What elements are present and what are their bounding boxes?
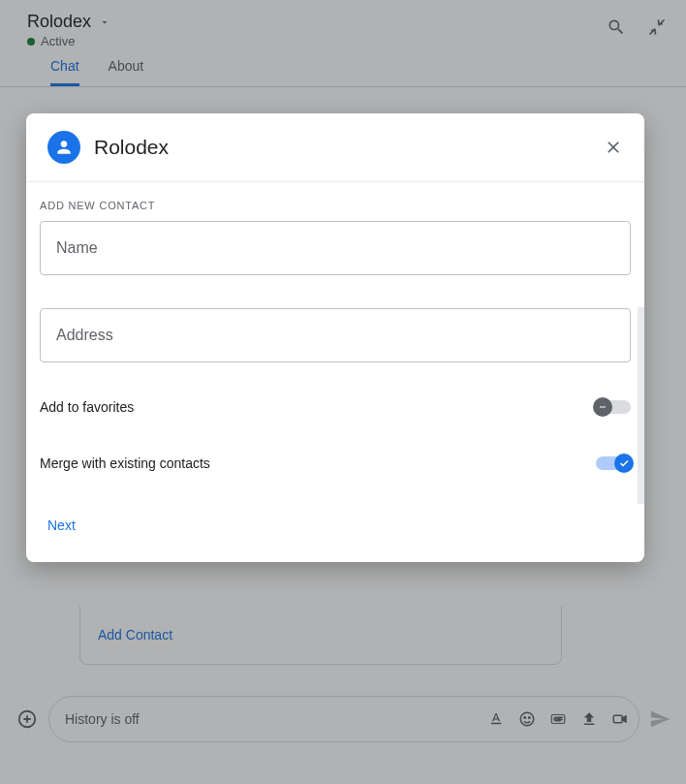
- dialog-body: ADD NEW CONTACT Add to favorites Merge w…: [26, 182, 644, 562]
- person-icon: [47, 131, 80, 164]
- dialog-title-wrap: Rolodex: [47, 131, 169, 164]
- address-field[interactable]: [40, 308, 631, 362]
- merge-label: Merge with existing contacts: [40, 455, 210, 471]
- minus-icon: [593, 397, 612, 417]
- merge-toggle-row: Merge with existing contacts: [40, 455, 631, 471]
- name-field[interactable]: [40, 221, 631, 275]
- svg-rect-7: [600, 407, 606, 408]
- dialog: Rolodex ADD NEW CONTACT Add to favorites…: [26, 113, 644, 562]
- merge-toggle[interactable]: [596, 456, 631, 470]
- favorites-toggle-row: Add to favorites: [40, 399, 631, 415]
- close-icon[interactable]: [604, 138, 623, 157]
- dialog-header: Rolodex: [26, 113, 644, 182]
- scrollbar[interactable]: [630, 307, 644, 504]
- favorites-toggle[interactable]: [596, 400, 631, 414]
- section-label: ADD NEW CONTACT: [40, 200, 631, 211]
- dialog-title: Rolodex: [94, 136, 169, 159]
- next-button[interactable]: Next: [40, 512, 83, 539]
- favorites-label: Add to favorites: [40, 399, 134, 415]
